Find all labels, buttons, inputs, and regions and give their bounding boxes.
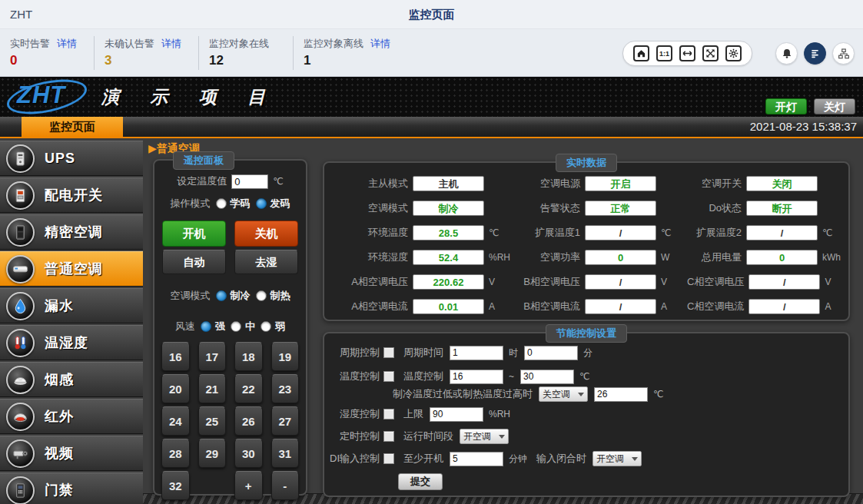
- temp-button-16[interactable]: 16: [161, 342, 190, 371]
- auto-button[interactable]: 自动: [162, 250, 226, 274]
- sidebar-item-precision-ac[interactable]: 精密空调: [0, 214, 143, 250]
- temp-button-18[interactable]: 18: [234, 342, 263, 371]
- temp-button-23[interactable]: 23: [271, 374, 300, 403]
- temp-button-30[interactable]: 30: [234, 439, 263, 468]
- chevron-down-icon: [632, 457, 638, 461]
- rt-value: 开启: [585, 176, 656, 191]
- op-mode-radio-send[interactable]: [256, 198, 267, 209]
- monitoring-app: ZHT 监控页面 实时告警详情 0 未确认告警详情 3 监控对象在线 12 监控…: [0, 0, 863, 504]
- sidebar-item-power-switch[interactable]: 配电开关: [0, 177, 143, 213]
- set-temp-input[interactable]: [231, 174, 268, 189]
- sidebar-item-infrared[interactable]: 红外: [0, 399, 143, 434]
- temp-button-21[interactable]: 21: [198, 374, 227, 403]
- di-input-control-row: DI输入控制 至少开机 分钟 输入闭合时 开空调: [324, 451, 848, 466]
- power-buttons-row: 开机 关机: [154, 220, 306, 247]
- temp-button-26[interactable]: 26: [234, 406, 263, 436]
- rt-item-do-status: Do状态断开: [687, 196, 848, 220]
- timer-action-select[interactable]: 开空调: [460, 429, 509, 444]
- temp-threshold-input[interactable]: [594, 387, 648, 402]
- low-temp-action-select[interactable]: 关空调: [539, 386, 588, 402]
- actual-size-button[interactable]: 1:1: [656, 45, 672, 61]
- alarm-bell-button[interactable]: [775, 42, 798, 65]
- timer-control-row: 定时控制 运行时间段 开空调: [324, 429, 848, 444]
- sidebar-item-ups[interactable]: UPS: [0, 141, 143, 176]
- temp-button-17[interactable]: 17: [198, 342, 227, 371]
- rt-item-phase-a-current: A相空调电流0.01A: [324, 294, 515, 319]
- rt-item-phase-a-voltage: A相空调电压220.62V: [324, 270, 515, 294]
- power-on-button[interactable]: 开机: [162, 220, 226, 247]
- fullscreen-button[interactable]: [702, 45, 719, 61]
- stat-realtime-alarms: 实时告警详情 0: [0, 36, 95, 70]
- temp-max-input[interactable]: [520, 370, 574, 384]
- cycle-minutes-input[interactable]: [524, 346, 578, 360]
- di-action-select[interactable]: 开空调: [592, 451, 642, 466]
- top-bar: ZHT 监控页面: [0, 0, 863, 29]
- bell-icon: [780, 47, 794, 61]
- di-min-runtime-input[interactable]: [450, 452, 503, 466]
- light-on-button[interactable]: 开灯: [765, 98, 807, 114]
- di-control-checkbox[interactable]: [383, 453, 394, 464]
- dehumidify-button[interactable]: 去湿: [234, 250, 298, 274]
- realtime-alarm-details-link[interactable]: 详情: [57, 37, 77, 51]
- sidebar-item-temp-humidity[interactable]: 温湿度: [0, 325, 143, 360]
- temp-min-input[interactable]: [450, 370, 503, 384]
- light-off-button[interactable]: 关灯: [814, 98, 855, 114]
- fan-radio-medium[interactable]: [231, 321, 241, 332]
- temp-control-checkbox[interactable]: [383, 371, 394, 382]
- rt-value: /: [748, 274, 820, 290]
- zht-logo: ZHT: [17, 81, 65, 109]
- ac-mode-radio-heat[interactable]: [256, 290, 267, 301]
- sidebar-item-video[interactable]: 视频: [0, 436, 143, 471]
- unconfirmed-alarm-details-link[interactable]: 详情: [161, 37, 181, 51]
- energy-control-panel: 节能控制设置 周期控制 周期时间 时 分 温度控制 温度控制 ~: [323, 332, 850, 497]
- rt-item-ac-mode: 空调模式制冷: [324, 196, 515, 220]
- aux-buttons-row: 自动 去湿: [154, 250, 306, 274]
- event-list-button[interactable]: [804, 42, 826, 65]
- temp-minus-button[interactable]: -: [271, 471, 300, 500]
- page-title: 监控页面: [0, 8, 863, 22]
- fan-radio-weak[interactable]: [261, 321, 271, 332]
- tab-monitoring-page[interactable]: 监控页面: [22, 117, 123, 137]
- sidebar-item-label: UPS: [45, 151, 75, 167]
- temp-button-32[interactable]: 32: [161, 471, 190, 500]
- humidity-limit-input[interactable]: [430, 407, 483, 422]
- temp-plus-button[interactable]: +: [234, 471, 263, 500]
- home-button[interactable]: [633, 45, 649, 61]
- temp-button-20[interactable]: 20: [161, 374, 190, 403]
- sidebar-item-water-leak[interactable]: 漏水: [0, 288, 143, 323]
- stat-label: 未确认告警: [105, 37, 154, 51]
- ups-icon: [6, 144, 35, 173]
- cycle-control-row: 周期控制 周期时间 时 分: [324, 345, 848, 360]
- ac-mode-radio-cool[interactable]: [216, 290, 227, 301]
- settings-button[interactable]: [725, 45, 742, 61]
- topology-button[interactable]: [832, 42, 855, 65]
- temp-button-19[interactable]: 19: [271, 342, 300, 371]
- sidebar-item-smoke[interactable]: 烟感: [0, 362, 143, 397]
- rt-item-ac-switch: 空调开关关闭: [687, 171, 848, 196]
- sidebar-item-label: 门禁: [45, 481, 74, 499]
- submit-button[interactable]: 提交: [398, 473, 443, 490]
- fit-width-button[interactable]: [679, 45, 695, 61]
- temp-button-27[interactable]: 27: [271, 406, 300, 436]
- power-off-button[interactable]: 关机: [234, 220, 298, 247]
- settings-icon: [729, 48, 739, 58]
- cycle-hours-input[interactable]: [450, 346, 503, 360]
- fan-radio-strong[interactable]: [201, 321, 211, 332]
- sidebar-item-normal-ac[interactable]: 普通空调: [0, 251, 143, 287]
- view-toolbar: 1:1: [622, 41, 855, 66]
- temp-button-29[interactable]: 29: [198, 439, 227, 468]
- cycle-control-checkbox[interactable]: [383, 347, 394, 358]
- sidebar-item-label: 红外: [45, 407, 74, 426]
- temp-button-24[interactable]: 24: [161, 406, 190, 436]
- humidity-control-checkbox[interactable]: [383, 409, 394, 419]
- op-mode-radio-learn[interactable]: [216, 198, 227, 209]
- timer-control-checkbox[interactable]: [383, 431, 394, 442]
- rt-item-phase-c-voltage: C相空调电压/V: [687, 270, 848, 294]
- temp-button-22[interactable]: 22: [234, 374, 263, 403]
- offline-details-link[interactable]: 详情: [370, 37, 390, 51]
- temp-button-31[interactable]: 31: [271, 439, 300, 468]
- humidity-control-row: 湿度控制 上限 %RH: [324, 406, 848, 422]
- sidebar-item-door-access[interactable]: 门禁: [0, 472, 143, 504]
- temp-button-25[interactable]: 25: [198, 406, 227, 436]
- temp-button-28[interactable]: 28: [161, 439, 190, 468]
